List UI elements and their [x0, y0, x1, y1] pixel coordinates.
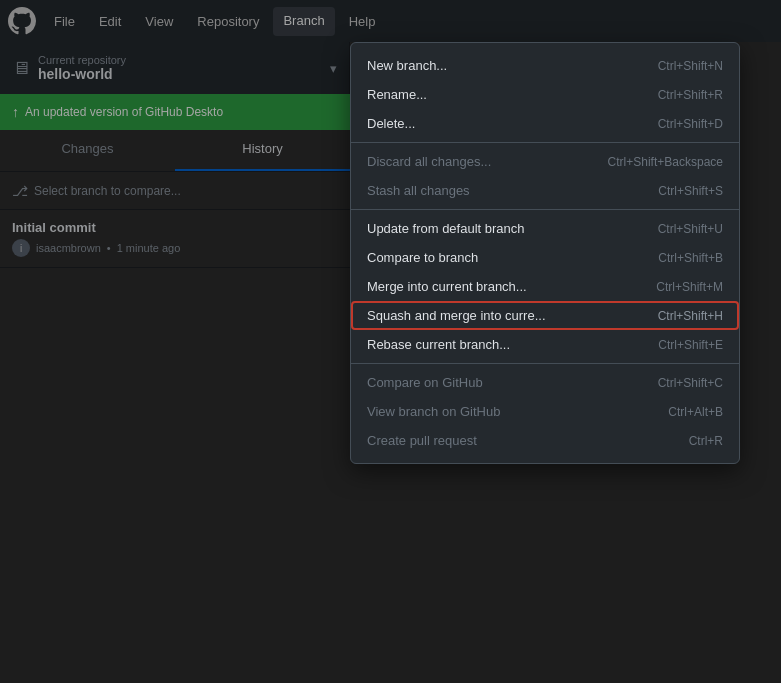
menu-item-squash-merge[interactable]: Squash and merge into curre... Ctrl+Shif… — [351, 301, 739, 330]
menu-item-view-github: View branch on GitHub Ctrl+Alt+B — [351, 397, 739, 426]
menu-item-stash-all: Stash all changes Ctrl+Shift+S — [351, 176, 739, 205]
menu-item-compare-to[interactable]: Compare to branch Ctrl+Shift+B — [351, 243, 739, 272]
menu-section-4: Compare on GitHub Ctrl+Shift+C View bran… — [351, 364, 739, 459]
menu-item-delete[interactable]: Delete... Ctrl+Shift+D — [351, 109, 739, 138]
menu-section-3: Update from default branch Ctrl+Shift+U … — [351, 210, 739, 364]
menu-item-compare-github: Compare on GitHub Ctrl+Shift+C — [351, 368, 739, 397]
menu-section-2: Discard all changes... Ctrl+Shift+Backsp… — [351, 143, 739, 210]
menu-item-rename[interactable]: Rename... Ctrl+Shift+R — [351, 80, 739, 109]
branch-dropdown-menu: New branch... Ctrl+Shift+N Rename... Ctr… — [350, 42, 740, 464]
menu-item-merge-into[interactable]: Merge into current branch... Ctrl+Shift+… — [351, 272, 739, 301]
menu-item-discard-all: Discard all changes... Ctrl+Shift+Backsp… — [351, 147, 739, 176]
menu-item-new-branch[interactable]: New branch... Ctrl+Shift+N — [351, 51, 739, 80]
menu-section-1: New branch... Ctrl+Shift+N Rename... Ctr… — [351, 47, 739, 143]
menu-item-rebase[interactable]: Rebase current branch... Ctrl+Shift+E — [351, 330, 739, 359]
menu-item-update-default[interactable]: Update from default branch Ctrl+Shift+U — [351, 214, 739, 243]
menu-item-pull-request: Create pull request Ctrl+R — [351, 426, 739, 455]
